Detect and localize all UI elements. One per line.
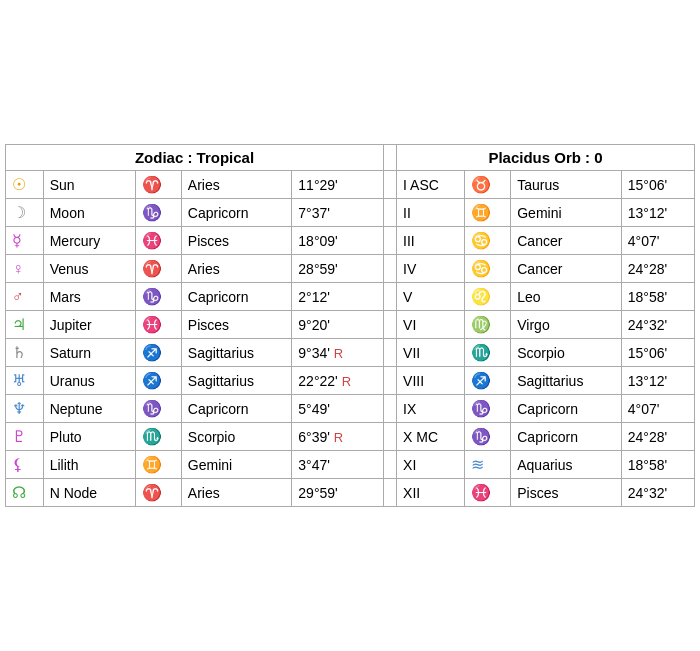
planet-sign-symbol: ♑ [135,395,181,423]
house-sign-symbol: ♉ [465,171,511,199]
house-sign-name: Capricorn [511,423,622,451]
table-row: ☉Sun♈Aries11°29'I ASC♉Taurus15°06' [6,171,695,199]
planet-sign-name: Capricorn [181,199,292,227]
house-label: IV [397,255,465,283]
house-sign-symbol: ♏ [465,339,511,367]
planet-sign-symbol: ♑ [135,199,181,227]
planet-symbol: ☊ [6,479,44,507]
table-row: ♃Jupiter♓Pisces9°20'VI♍Virgo24°32' [6,311,695,339]
house-degree: 4°07' [621,395,694,423]
planet-symbol: ☉ [6,171,44,199]
planet-name: Neptune [43,395,135,423]
house-sign-symbol: ♋ [465,227,511,255]
house-sign-name: Aquarius [511,451,622,479]
planet-sign-name: Capricorn [181,283,292,311]
divider-cell [384,171,397,199]
divider-cell [384,395,397,423]
house-degree: 18°58' [621,283,694,311]
planet-sign-name: Pisces [181,227,292,255]
house-degree: 18°58' [621,451,694,479]
planet-sign-name: Scorpio [181,423,292,451]
table-row: ♀Venus♈Aries28°59'IV♋Cancer24°28' [6,255,695,283]
left-header: Zodiac : Tropical [6,145,384,171]
house-sign-name: Capricorn [511,395,622,423]
planet-sign-symbol: ♊ [135,451,181,479]
planet-symbol: ♇ [6,423,44,451]
house-label: V [397,283,465,311]
house-sign-name: Taurus [511,171,622,199]
house-sign-name: Virgo [511,311,622,339]
table-row: ⚸Lilith♊Gemini3°47'XI≋Aquarius18°58' [6,451,695,479]
house-degree: 24°32' [621,479,694,507]
planet-sign-symbol: ♐ [135,339,181,367]
planet-degree: 9°20' [292,311,384,339]
house-degree: 4°07' [621,227,694,255]
house-sign-symbol: ♊ [465,199,511,227]
planet-sign-symbol: ♈ [135,479,181,507]
planet-name: Saturn [43,339,135,367]
planet-degree: 2°12' [292,283,384,311]
house-label: II [397,199,465,227]
house-label: I ASC [397,171,465,199]
planet-sign-name: Sagittarius [181,339,292,367]
house-degree: 15°06' [621,171,694,199]
house-sign-symbol: ♑ [465,423,511,451]
house-label: XI [397,451,465,479]
house-sign-name: Sagittarius [511,367,622,395]
house-label: VII [397,339,465,367]
planet-name: Moon [43,199,135,227]
house-degree: 13°12' [621,367,694,395]
planet-degree: 5°49' [292,395,384,423]
house-sign-name: Gemini [511,199,622,227]
planet-degree: 29°59' [292,479,384,507]
divider-cell [384,199,397,227]
house-degree: 24°28' [621,255,694,283]
planet-sign-symbol: ♑ [135,283,181,311]
house-sign-symbol: ♌ [465,283,511,311]
house-label: XII [397,479,465,507]
house-sign-symbol: ♋ [465,255,511,283]
table-row: ☿Mercury♓Pisces18°09'III♋Cancer4°07' [6,227,695,255]
planet-sign-name: Aries [181,479,292,507]
planet-sign-symbol: ♏ [135,423,181,451]
planet-degree: 3°47' [292,451,384,479]
table-row: ♄Saturn♐Sagittarius9°34' RVII♏Scorpio15°… [6,339,695,367]
planet-name: Uranus [43,367,135,395]
house-sign-name: Scorpio [511,339,622,367]
planet-symbol: ♃ [6,311,44,339]
house-sign-symbol: ♓ [465,479,511,507]
planet-name: Sun [43,171,135,199]
house-sign-name: Cancer [511,255,622,283]
divider-cell [384,423,397,451]
planet-sign-name: Aries [181,255,292,283]
house-sign-symbol: ≋ [465,451,511,479]
planet-name: Mars [43,283,135,311]
house-label: VIII [397,367,465,395]
house-sign-name: Leo [511,283,622,311]
planet-sign-name: Aries [181,171,292,199]
planet-degree: 6°39' R [292,423,384,451]
planet-name: Mercury [43,227,135,255]
planet-name: N Node [43,479,135,507]
planet-degree: 28°59' [292,255,384,283]
planet-symbol: ⚸ [6,451,44,479]
planet-symbol: ☿ [6,227,44,255]
divider-cell [384,255,397,283]
house-label: III [397,227,465,255]
table-row: ♆Neptune♑Capricorn5°49'IX♑Capricorn4°07' [6,395,695,423]
astrology-table: Zodiac : Tropical Placidus Orb : 0 ☉Sun♈… [5,144,695,507]
house-sign-name: Cancer [511,227,622,255]
planet-name: Pluto [43,423,135,451]
house-sign-symbol: ♑ [465,395,511,423]
planet-sign-symbol: ♓ [135,227,181,255]
planet-sign-symbol: ♓ [135,311,181,339]
table-row: ☽Moon♑Capricorn7°37'II♊Gemini13°12' [6,199,695,227]
planet-symbol: ♄ [6,339,44,367]
right-header: Placidus Orb : 0 [397,145,695,171]
house-degree: 13°12' [621,199,694,227]
table-row: ☊N Node♈Aries29°59'XII♓Pisces24°32' [6,479,695,507]
house-label: VI [397,311,465,339]
planet-sign-name: Pisces [181,311,292,339]
house-degree: 15°06' [621,339,694,367]
table-row: ♅Uranus♐Sagittarius22°22' RVIII♐Sagittar… [6,367,695,395]
